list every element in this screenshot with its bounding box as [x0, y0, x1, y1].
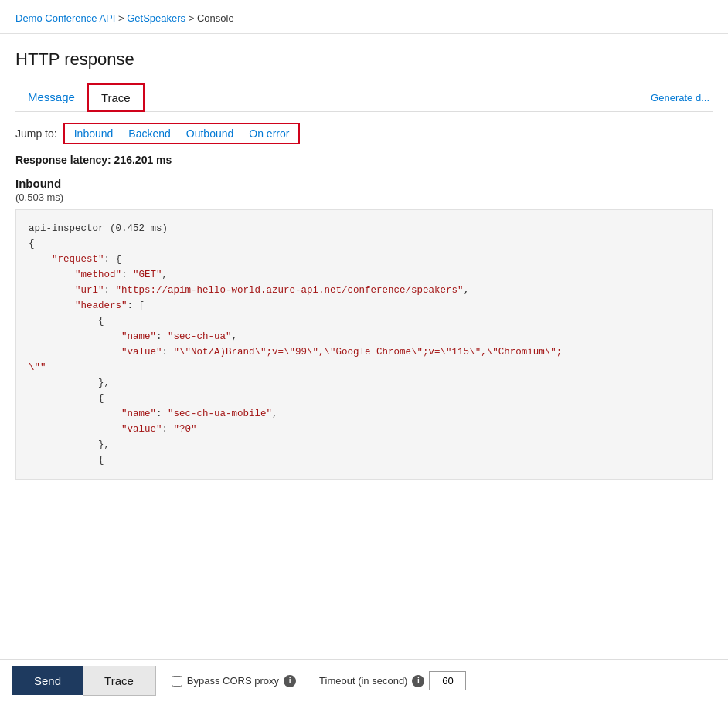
jump-link-backend[interactable]: Backend	[128, 127, 170, 140]
jump-to-label: Jump to:	[15, 127, 57, 140]
breadcrumb-part-2[interactable]: GetSpeakers	[127, 12, 185, 24]
tabs-row: Message Trace Generate d...	[15, 83, 713, 112]
jump-link-outbound[interactable]: Outbound	[186, 127, 234, 140]
generate-link[interactable]: Generate d...	[651, 92, 713, 103]
section-inbound-time: (0.503 ms)	[15, 192, 713, 203]
jump-link-on-error[interactable]: On error	[249, 127, 289, 140]
breadcrumb-part-1[interactable]: Demo Conference API	[15, 12, 115, 24]
breadcrumb: Demo Conference API > GetSpeakers > Cons…	[0, 0, 728, 34]
bypass-cors-label[interactable]: Bypass CORS proxy	[187, 675, 279, 687]
bypass-cors-info-icon[interactable]: i	[284, 675, 296, 687]
breadcrumb-sep-1: >	[118, 12, 127, 24]
breadcrumb-sep-2: >	[189, 12, 197, 24]
tab-trace[interactable]: Trace	[87, 83, 145, 112]
page-title: HTTP response	[15, 49, 713, 70]
tabs-left: Message Trace	[15, 83, 145, 111]
code-block: api-inspector (0.452 ms) { "request": { …	[15, 209, 713, 480]
timeout-label: Timeout (in second)	[319, 675, 407, 687]
jump-to-links-box: Inbound Backend Outbound On error	[63, 123, 301, 144]
timeout-info-icon[interactable]: i	[412, 675, 424, 687]
response-latency: Response latency: 216.201 ms	[15, 152, 713, 166]
jump-link-inbound[interactable]: Inbound	[74, 127, 114, 140]
jump-to-row: Jump to: Inbound Backend Outbound On err…	[15, 112, 713, 152]
timeout-input[interactable]	[429, 671, 466, 690]
bypass-cors-checkbox[interactable]	[172, 676, 182, 687]
trace-button[interactable]: Trace	[83, 666, 156, 696]
breadcrumb-part-3: Console	[197, 12, 234, 24]
timeout-row: Timeout (in second) i	[319, 671, 466, 690]
send-button[interactable]: Send	[12, 666, 83, 695]
tab-message[interactable]: Message	[15, 84, 87, 111]
bottom-bar: Send Trace Bypass CORS proxy i Timeout (…	[0, 659, 728, 702]
bypass-cors-row: Bypass CORS proxy i	[172, 675, 296, 687]
section-inbound-header: Inbound	[15, 177, 713, 190]
code-header-line: api-inspector (0.452 ms)	[29, 223, 168, 234]
